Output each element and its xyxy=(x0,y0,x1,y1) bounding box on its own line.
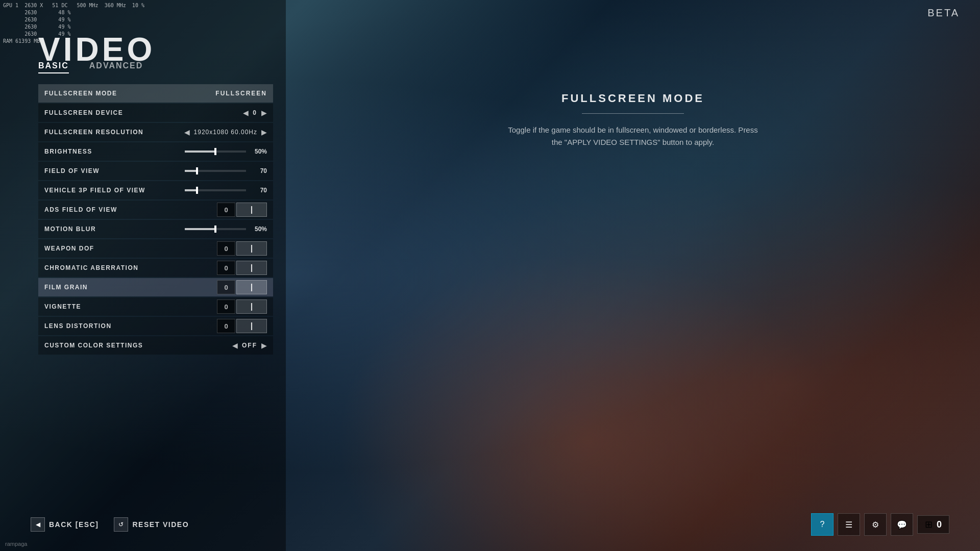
ads-fov-zero: 0 xyxy=(217,203,235,217)
weapon-dof-zero: 0 xyxy=(217,241,235,256)
info-title: FULLSCREEN MODE xyxy=(316,92,949,105)
lens-distortion-one: | xyxy=(236,319,267,333)
film-grain-one: | xyxy=(236,280,267,294)
film-grain-toggle[interactable]: 0 | xyxy=(217,280,267,294)
tab-basic[interactable]: BASIC xyxy=(38,61,69,73)
hud-chat-icon[interactable]: 💬 xyxy=(891,513,913,536)
reset-button[interactable]: ↺ RESET VIDEO xyxy=(114,517,189,532)
fullscreen-device-arrow-right[interactable]: ▶ xyxy=(261,109,267,117)
setting-label-fullscreen-resolution: FULLSCREEN RESOLUTION xyxy=(44,129,146,136)
setting-fullscreen-device[interactable]: FULLSCREEN DEVICE ◀ 0 ▶ xyxy=(38,104,273,122)
setting-fullscreen-resolution[interactable]: FULLSCREEN RESOLUTION ◀ 980x551 60.00H… xyxy=(38,123,273,141)
ads-fov-one: | xyxy=(236,203,267,217)
tabs-container: BASIC ADVANCED xyxy=(38,61,143,73)
brightness-value-area: 50% xyxy=(146,148,267,155)
vignette-value-area: 0 | xyxy=(146,299,267,314)
setting-label-chromatic-aberration: CHROMATIC ABERRATION xyxy=(44,264,146,271)
chromatic-aberration-zero: 0 xyxy=(217,261,235,275)
setting-ads-fov[interactable]: ADS FIELD OF VIEW 0 | xyxy=(38,201,273,219)
setting-label-lens-distortion: LENS DISTORTION xyxy=(44,322,146,330)
fullscreen-resolution-arrow-left[interactable]: ◀ xyxy=(184,128,190,136)
setting-label-vignette: VIGNETTE xyxy=(44,303,146,310)
setting-fov[interactable]: FIELD OF VIEW 70 xyxy=(38,162,273,180)
fov-value-area: 70 xyxy=(146,167,267,174)
vignette-toggle[interactable]: 0 | xyxy=(217,299,267,314)
vehicle-fov-value-area: 70 xyxy=(146,187,267,194)
setting-label-fullscreen-mode: FULLSCREEN MODE xyxy=(44,90,146,97)
fullscreen-resolution-value-area: ◀ 980x551 60.00Hz ▶ xyxy=(146,128,267,136)
brightness-slider-bar xyxy=(185,151,246,153)
fullscreen-device-arrow-left[interactable]: ◀ xyxy=(243,109,249,117)
lens-distortion-toggle[interactable]: 0 | xyxy=(217,319,267,333)
beta-label: BETA xyxy=(927,7,960,19)
tab-advanced[interactable]: ADVANCED xyxy=(89,61,143,73)
setting-label-motion-blur: MOTION BLUR xyxy=(44,226,146,233)
ads-fov-value-area: 0 | xyxy=(146,203,267,217)
motion-blur-slider-handle xyxy=(214,226,216,233)
fov-slider-fill xyxy=(185,170,197,172)
fov-slider[interactable]: 70 xyxy=(185,167,267,174)
chromatic-aberration-toggle[interactable]: 0 | xyxy=(217,261,267,275)
weapon-dof-one: | xyxy=(236,241,267,256)
fullscreen-resolution-value: 980x551 60.00Hz xyxy=(194,129,257,136)
vehicle-fov-value: 70 xyxy=(249,187,267,194)
setting-label-fov: FIELD OF VIEW xyxy=(44,167,146,174)
setting-custom-color[interactable]: CUSTOM COLOR SETTINGS ◀ OFF ▶ xyxy=(38,336,273,355)
setting-label-fullscreen-device: FULLSCREEN DEVICE xyxy=(44,109,146,116)
vignette-one: | xyxy=(236,299,267,314)
vehicle-fov-slider-handle xyxy=(196,187,198,194)
vehicle-fov-slider-bar xyxy=(185,189,246,191)
custom-color-value: OFF xyxy=(242,342,257,349)
brightness-slider[interactable]: 50% xyxy=(185,148,267,155)
fullscreen-mode-value: FULLSCREEN xyxy=(215,90,267,97)
settings-panel: FULLSCREEN MODE FULLSCREEN FULLSCREEN DE… xyxy=(38,84,273,356)
motion-blur-slider-bar xyxy=(185,228,246,230)
hud-help-icon[interactable]: ? xyxy=(811,513,834,536)
film-grain-value-area: 0 | xyxy=(146,280,267,294)
score-icon: ⊞ xyxy=(925,519,933,530)
setting-film-grain[interactable]: FILM GRAIN 0 | xyxy=(38,278,273,296)
setting-label-brightness: BRIGHTNESS xyxy=(44,148,146,155)
bottom-buttons: ◀ BACK [ESC] ↺ RESET VIDEO xyxy=(31,517,189,532)
fullscreen-resolution-arrow-right[interactable]: ▶ xyxy=(261,128,267,136)
username: rampaga xyxy=(5,541,27,547)
setting-vehicle-fov[interactable]: VEHICLE 3P FIELD OF VIEW 70 xyxy=(38,181,273,199)
brightness-slider-handle xyxy=(214,148,216,155)
weapon-dof-value-area: 0 | xyxy=(146,241,267,256)
hud-menu-icon[interactable]: ☰ xyxy=(838,513,860,536)
fullscreen-device-value-area: ◀ 0 ▶ xyxy=(146,109,267,117)
film-grain-zero: 0 xyxy=(217,280,235,294)
fov-slider-bar xyxy=(185,170,246,172)
back-label: BACK [ESC] xyxy=(49,520,99,529)
vignette-zero: 0 xyxy=(217,299,235,314)
setting-motion-blur[interactable]: MOTION BLUR 50% xyxy=(38,220,273,238)
hud-settings-icon[interactable]: ⚙ xyxy=(864,513,887,536)
hud-icons: ? ☰ ⚙ 💬 ⊞ 0 xyxy=(811,513,949,536)
weapon-dof-toggle[interactable]: 0 | xyxy=(217,241,267,256)
motion-blur-value: 50% xyxy=(249,226,267,233)
setting-fullscreen-mode[interactable]: FULLSCREEN MODE FULLSCREEN xyxy=(38,84,273,103)
chromatic-aberration-one: | xyxy=(236,261,267,275)
setting-vignette[interactable]: VIGNETTE 0 | xyxy=(38,297,273,316)
setting-label-weapon-dof: WEAPON DOF xyxy=(44,245,146,252)
setting-lens-distortion[interactable]: LENS DISTORTION 0 | xyxy=(38,317,273,335)
ads-fov-toggle[interactable]: 0 | xyxy=(217,203,267,217)
custom-color-arrow-left[interactable]: ◀ xyxy=(232,341,238,349)
fov-slider-handle xyxy=(196,167,198,174)
setting-weapon-dof[interactable]: WEAPON DOF 0 | xyxy=(38,239,273,258)
back-button[interactable]: ◀ BACK [ESC] xyxy=(31,517,99,532)
fov-value: 70 xyxy=(249,167,267,174)
setting-label-ads-fov: ADS FIELD OF VIEW xyxy=(44,206,146,213)
hud-score: ⊞ 0 xyxy=(917,515,949,534)
lens-distortion-value-area: 0 | xyxy=(146,319,267,333)
motion-blur-slider[interactable]: 50% xyxy=(185,226,267,233)
back-icon: ◀ xyxy=(31,517,45,532)
setting-brightness[interactable]: BRIGHTNESS 50% xyxy=(38,142,273,161)
custom-color-arrow-right[interactable]: ▶ xyxy=(261,341,267,349)
reset-icon: ↺ xyxy=(114,517,128,532)
info-description: Toggle if the game should be in fullscre… xyxy=(505,124,761,148)
setting-label-custom-color: CUSTOM COLOR SETTINGS xyxy=(44,342,146,349)
motion-blur-value-area: 50% xyxy=(146,226,267,233)
setting-chromatic-aberration[interactable]: CHROMATIC ABERRATION 0 | xyxy=(38,259,273,277)
vehicle-fov-slider[interactable]: 70 xyxy=(185,187,267,194)
